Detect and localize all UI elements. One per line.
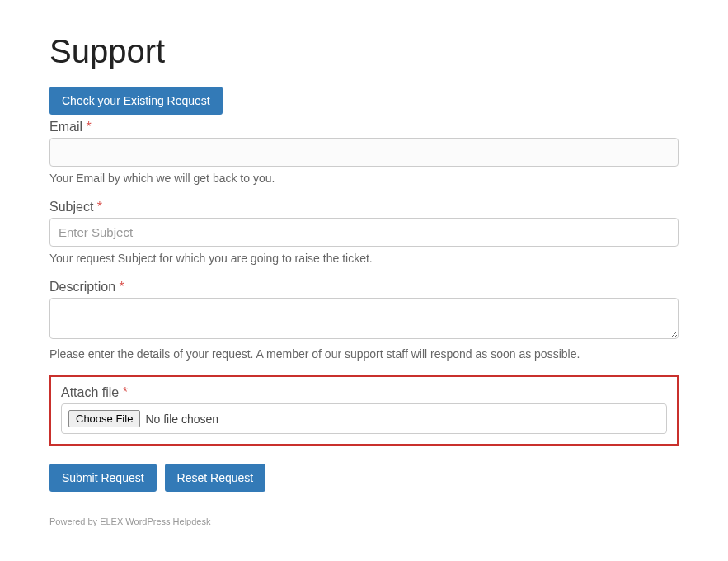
- email-help-text: Your Email by which we will get back to …: [49, 172, 679, 185]
- email-label: Email *: [49, 120, 679, 134]
- file-input-box: Choose File No file chosen: [61, 403, 667, 434]
- required-marker: *: [119, 280, 124, 294]
- powered-by-footer: Powered by ELEX WordPress Helpdesk: [49, 516, 679, 526]
- check-existing-request-button[interactable]: Check your Existing Request: [49, 87, 223, 115]
- description-help-text: Please enter the details of your request…: [49, 347, 679, 361]
- description-textarea[interactable]: [49, 298, 679, 339]
- required-marker: *: [86, 120, 91, 134]
- powered-by-link[interactable]: ELEX WordPress Helpdesk: [100, 516, 210, 526]
- attach-file-label: Attach file *: [61, 385, 667, 400]
- attach-file-label-text: Attach file: [61, 385, 119, 399]
- submit-request-button[interactable]: Submit Request: [49, 464, 157, 492]
- email-label-text: Email: [49, 120, 82, 134]
- description-label: Description *: [49, 280, 679, 295]
- page-title: Support: [49, 33, 679, 70]
- description-label-text: Description: [49, 280, 115, 294]
- required-marker: *: [97, 200, 102, 214]
- required-marker: *: [123, 385, 128, 399]
- subject-input[interactable]: [49, 218, 679, 247]
- subject-label-text: Subject: [49, 200, 93, 214]
- attach-file-section: Attach file * Choose File No file chosen: [49, 375, 679, 446]
- reset-request-button[interactable]: Reset Request: [165, 464, 266, 492]
- email-field-group: Email * Your Email by which we will get …: [49, 120, 679, 185]
- powered-by-prefix: Powered by: [49, 516, 100, 526]
- description-field-group: Description * Please enter the details o…: [49, 280, 679, 361]
- file-status-text: No file chosen: [145, 412, 218, 426]
- subject-help-text: Your request Subject for which you are g…: [49, 252, 679, 265]
- email-input[interactable]: [49, 138, 679, 167]
- action-buttons-row: Submit Request Reset Request: [49, 464, 679, 492]
- subject-label: Subject *: [49, 200, 679, 214]
- subject-field-group: Subject * Your request Subject for which…: [49, 200, 679, 265]
- choose-file-button[interactable]: Choose File: [68, 410, 140, 427]
